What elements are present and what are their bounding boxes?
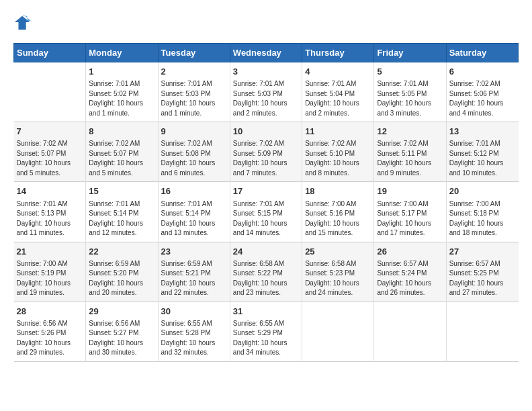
cell-info: Sunrise: 7:02 AM Sunset: 5:07 PM Dayligh… [89, 139, 154, 178]
page-header [13, 13, 519, 32]
day-header-friday: Friday [374, 44, 446, 62]
week-row-2: 7Sunrise: 7:02 AM Sunset: 5:07 PM Daylig… [14, 122, 519, 182]
date-number: 18 [305, 185, 371, 197]
date-number: 22 [89, 246, 154, 258]
cell-info: Sunrise: 6:58 AM Sunset: 5:23 PM Dayligh… [305, 259, 371, 298]
calendar-cell: 24Sunrise: 6:58 AM Sunset: 5:22 PM Dayli… [230, 242, 302, 302]
calendar-cell: 1Sunrise: 7:01 AM Sunset: 5:02 PM Daylig… [86, 62, 158, 122]
calendar-cell [446, 302, 518, 361]
logo [13, 13, 35, 32]
calendar-cell: 9Sunrise: 7:02 AM Sunset: 5:08 PM Daylig… [158, 122, 230, 182]
calendar-cell: 11Sunrise: 7:02 AM Sunset: 5:10 PM Dayli… [302, 122, 374, 182]
cell-info: Sunrise: 6:55 AM Sunset: 5:29 PM Dayligh… [233, 319, 299, 358]
calendar-cell: 6Sunrise: 7:02 AM Sunset: 5:06 PM Daylig… [446, 62, 518, 122]
calendar-cell: 3Sunrise: 7:01 AM Sunset: 5:03 PM Daylig… [230, 62, 302, 122]
cell-info: Sunrise: 7:00 AM Sunset: 5:18 PM Dayligh… [449, 199, 516, 238]
calendar-cell [302, 302, 374, 361]
date-number: 6 [449, 66, 516, 78]
date-number: 17 [233, 185, 299, 197]
calendar-cell: 17Sunrise: 7:01 AM Sunset: 5:15 PM Dayli… [230, 182, 302, 242]
cell-info: Sunrise: 6:59 AM Sunset: 5:21 PM Dayligh… [161, 259, 227, 298]
date-number: 29 [89, 306, 154, 318]
date-number: 26 [377, 246, 443, 258]
cell-info: Sunrise: 7:01 AM Sunset: 5:02 PM Dayligh… [89, 79, 154, 118]
cell-info: Sunrise: 7:01 AM Sunset: 5:13 PM Dayligh… [17, 199, 83, 238]
calendar-cell: 21Sunrise: 7:00 AM Sunset: 5:19 PM Dayli… [14, 242, 86, 302]
date-number: 16 [161, 185, 227, 197]
cell-info: Sunrise: 7:01 AM Sunset: 5:14 PM Dayligh… [161, 199, 227, 238]
cell-info: Sunrise: 6:56 AM Sunset: 5:26 PM Dayligh… [17, 319, 83, 358]
calendar-cell: 25Sunrise: 6:58 AM Sunset: 5:23 PM Dayli… [302, 242, 374, 302]
cell-info: Sunrise: 7:01 AM Sunset: 5:03 PM Dayligh… [233, 79, 299, 118]
calendar-cell: 13Sunrise: 7:01 AM Sunset: 5:12 PM Dayli… [446, 122, 518, 182]
date-number: 25 [305, 246, 371, 258]
date-number: 21 [17, 246, 83, 258]
calendar-cell: 10Sunrise: 7:02 AM Sunset: 5:09 PM Dayli… [230, 122, 302, 182]
cell-info: Sunrise: 7:02 AM Sunset: 5:09 PM Dayligh… [233, 139, 299, 178]
calendar-cell: 14Sunrise: 7:01 AM Sunset: 5:13 PM Dayli… [14, 182, 86, 242]
date-number: 13 [449, 126, 516, 138]
calendar-cell: 19Sunrise: 7:00 AM Sunset: 5:17 PM Dayli… [374, 182, 446, 242]
day-header-tuesday: Tuesday [158, 44, 230, 62]
calendar-cell: 15Sunrise: 7:01 AM Sunset: 5:14 PM Dayli… [86, 182, 158, 242]
calendar-cell: 22Sunrise: 6:59 AM Sunset: 5:20 PM Dayli… [86, 242, 158, 302]
date-number: 5 [377, 66, 443, 78]
date-number: 9 [161, 126, 227, 138]
cell-info: Sunrise: 6:56 AM Sunset: 5:27 PM Dayligh… [89, 319, 154, 358]
day-header-monday: Monday [86, 44, 158, 62]
date-number: 1 [89, 66, 154, 78]
cell-info: Sunrise: 7:01 AM Sunset: 5:14 PM Dayligh… [89, 199, 154, 238]
cell-info: Sunrise: 7:01 AM Sunset: 5:04 PM Dayligh… [305, 79, 371, 118]
cell-info: Sunrise: 6:57 AM Sunset: 5:25 PM Dayligh… [449, 259, 516, 298]
calendar-cell: 29Sunrise: 6:56 AM Sunset: 5:27 PM Dayli… [86, 302, 158, 361]
calendar-table: SundayMondayTuesdayWednesdayThursdayFrid… [13, 43, 519, 362]
date-number: 30 [161, 306, 227, 318]
cell-info: Sunrise: 7:02 AM Sunset: 5:07 PM Dayligh… [17, 139, 83, 178]
cell-info: Sunrise: 7:02 AM Sunset: 5:06 PM Dayligh… [449, 79, 516, 118]
cell-info: Sunrise: 7:01 AM Sunset: 5:03 PM Dayligh… [161, 79, 227, 118]
date-number: 20 [449, 185, 516, 197]
calendar-cell: 30Sunrise: 6:55 AM Sunset: 5:28 PM Dayli… [158, 302, 230, 361]
date-number: 3 [233, 66, 299, 78]
date-number: 10 [233, 126, 299, 138]
cell-info: Sunrise: 7:02 AM Sunset: 5:10 PM Dayligh… [305, 139, 371, 178]
calendar-cell: 26Sunrise: 6:57 AM Sunset: 5:24 PM Dayli… [374, 242, 446, 302]
calendar-cell: 7Sunrise: 7:02 AM Sunset: 5:07 PM Daylig… [14, 122, 86, 182]
calendar-header-row: SundayMondayTuesdayWednesdayThursdayFrid… [14, 44, 519, 62]
calendar-cell: 5Sunrise: 7:01 AM Sunset: 5:05 PM Daylig… [374, 62, 446, 122]
date-number: 27 [449, 246, 516, 258]
calendar-cell [14, 62, 86, 122]
date-number: 7 [17, 126, 83, 138]
date-number: 23 [161, 246, 227, 258]
calendar-cell: 18Sunrise: 7:00 AM Sunset: 5:16 PM Dayli… [302, 182, 374, 242]
calendar-cell: 23Sunrise: 6:59 AM Sunset: 5:21 PM Dayli… [158, 242, 230, 302]
calendar-cell: 20Sunrise: 7:00 AM Sunset: 5:18 PM Dayli… [446, 182, 518, 242]
cell-info: Sunrise: 7:02 AM Sunset: 5:11 PM Dayligh… [377, 139, 443, 178]
date-number: 28 [17, 306, 83, 318]
calendar-cell: 2Sunrise: 7:01 AM Sunset: 5:03 PM Daylig… [158, 62, 230, 122]
calendar-cell: 16Sunrise: 7:01 AM Sunset: 5:14 PM Dayli… [158, 182, 230, 242]
date-number: 12 [377, 126, 443, 138]
week-row-4: 21Sunrise: 7:00 AM Sunset: 5:19 PM Dayli… [14, 242, 519, 302]
date-number: 31 [233, 306, 299, 318]
cell-info: Sunrise: 7:02 AM Sunset: 5:08 PM Dayligh… [161, 139, 227, 178]
day-header-saturday: Saturday [446, 44, 518, 62]
logo-icon [13, 13, 32, 32]
cell-info: Sunrise: 6:57 AM Sunset: 5:24 PM Dayligh… [377, 259, 443, 298]
cell-info: Sunrise: 7:01 AM Sunset: 5:05 PM Dayligh… [377, 79, 443, 118]
date-number: 15 [89, 185, 154, 197]
day-header-sunday: Sunday [14, 44, 86, 62]
date-number: 8 [89, 126, 154, 138]
cell-info: Sunrise: 7:01 AM Sunset: 5:12 PM Dayligh… [449, 139, 516, 178]
cell-info: Sunrise: 7:00 AM Sunset: 5:16 PM Dayligh… [305, 199, 371, 238]
date-number: 11 [305, 126, 371, 138]
calendar-cell: 8Sunrise: 7:02 AM Sunset: 5:07 PM Daylig… [86, 122, 158, 182]
day-header-thursday: Thursday [302, 44, 374, 62]
cell-info: Sunrise: 6:55 AM Sunset: 5:28 PM Dayligh… [161, 319, 227, 358]
calendar-cell [374, 302, 446, 361]
calendar-cell: 28Sunrise: 6:56 AM Sunset: 5:26 PM Dayli… [14, 302, 86, 361]
week-row-3: 14Sunrise: 7:01 AM Sunset: 5:13 PM Dayli… [14, 182, 519, 242]
calendar-cell: 31Sunrise: 6:55 AM Sunset: 5:29 PM Dayli… [230, 302, 302, 361]
calendar-body: 1Sunrise: 7:01 AM Sunset: 5:02 PM Daylig… [14, 62, 519, 362]
date-number: 2 [161, 66, 227, 78]
